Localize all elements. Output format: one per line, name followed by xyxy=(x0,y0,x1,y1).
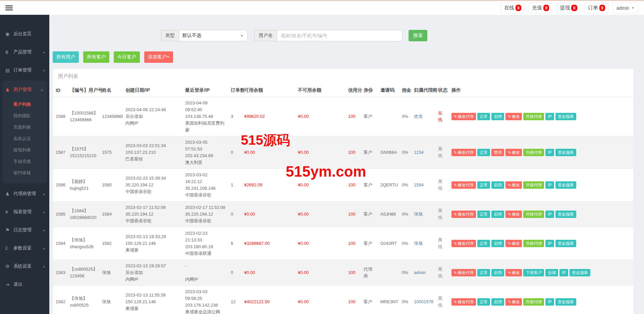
action-upgrade-agent[interactable]: 升级代理 xyxy=(523,298,544,306)
action-ip[interactable]: IP xyxy=(545,240,554,247)
action-edit[interactable]: ✎修改 xyxy=(505,113,522,120)
action-funds-report[interactable]: 资金报表 xyxy=(555,298,576,306)
sidebar-item-agents[interactable]: ♟代理商管理▸ xyxy=(0,185,49,203)
cell-last-login: 2023-02-17 11:52:0835.220.194.12中国香港谷歌 xyxy=(182,201,228,227)
action-enable[interactable]: 启用 xyxy=(491,211,504,218)
user-code: 【10001588】 xyxy=(70,110,97,117)
quick-button-today-customers[interactable]: 今日客户 xyxy=(114,51,140,63)
action-enable[interactable]: 启用 xyxy=(491,113,504,120)
action-enable[interactable]: 启用 xyxy=(491,181,504,189)
action-ip[interactable]: IP xyxy=(545,181,554,189)
action-ip[interactable]: IP xyxy=(559,269,568,276)
agent-link[interactable]: 1234 xyxy=(414,150,424,155)
quick-button-all-users[interactable]: 所有用户 xyxy=(53,51,79,63)
action-edit-agent[interactable]: ✎修改代理 xyxy=(451,240,476,247)
action-edit-agent[interactable]: ✎修改代理 xyxy=(451,113,476,120)
admin-dropdown[interactable]: admin ▼ xyxy=(612,3,639,13)
action-normal[interactable]: 正常 xyxy=(477,149,490,156)
action-normal[interactable]: 正常 xyxy=(477,298,490,306)
agent-link[interactable]: 张旭 xyxy=(414,241,423,246)
sidebar-item-products[interactable]: ฿产品管理▸ xyxy=(0,43,49,61)
table-body: 1588【10001588】1234566661234566662023-04-… xyxy=(53,97,634,314)
action-edit[interactable]: ✎修改 xyxy=(505,269,522,276)
action-disable[interactable]: 禁用 xyxy=(491,149,504,156)
sidebar-item-orders[interactable]: ▤订单管理▸ xyxy=(0,61,49,79)
quick-button-all-customers[interactable]: 所有客户 xyxy=(83,51,109,63)
action-funds-report[interactable]: 资金报表 xyxy=(555,211,576,218)
action-edit[interactable]: ✎修改 xyxy=(505,240,522,247)
action-edit[interactable]: ✎修改 xyxy=(505,149,522,156)
action-ip[interactable]: IP xyxy=(545,211,554,218)
action-ip[interactable]: IP xyxy=(545,298,554,306)
sidebar-item-logs[interactable]: ⚑日志管理▸ xyxy=(0,221,49,239)
sidebar-item-system[interactable]: ⚙系统设置▸ xyxy=(0,257,49,275)
menu-toggle-icon[interactable] xyxy=(5,5,13,10)
action-edit-agent[interactable]: ✎修改代理 xyxy=(451,269,476,276)
created-line: 巴基斯坦 xyxy=(125,156,180,163)
search-button[interactable]: 搜索 xyxy=(409,30,427,41)
cell-commission: 0% xyxy=(399,286,411,314)
quick-button-add-customer[interactable]: 添加客户+ xyxy=(144,51,173,63)
type-select[interactable]: 默认不选 ⌄ xyxy=(179,30,248,41)
stat-online[interactable]: 在线0 xyxy=(501,3,525,13)
action-funds-report[interactable]: 资金报表 xyxy=(555,240,576,247)
stat-label: 订单 xyxy=(588,5,598,11)
cell-available-balance: ¥2692.09 xyxy=(241,169,295,201)
action-normal[interactable]: 正常 xyxy=(477,113,490,120)
action-ip[interactable]: IP xyxy=(545,149,554,156)
action-edit-agent[interactable]: ✎修改代理 xyxy=(451,298,476,306)
cell-name: 123456666 xyxy=(99,97,123,136)
action-upgrade-agent[interactable]: 升级代理 xyxy=(523,181,544,189)
sidebar-subitem[interactable]: 提现列表 xyxy=(2,144,47,156)
user-code: 【张旭】 xyxy=(70,295,97,302)
action-edit[interactable]: ✎修改 xyxy=(505,181,522,189)
action-normal[interactable]: 正常 xyxy=(477,181,490,189)
sidebar-item-params[interactable]: £参数设置▸ xyxy=(0,239,49,257)
agent-link[interactable]: 10001579 xyxy=(414,299,433,304)
action-funds-report[interactable]: 资金报表 xyxy=(555,181,576,189)
action-upgrade-agent[interactable]: 升级代理 xyxy=(523,149,544,156)
agent-link[interactable]: admin xyxy=(414,270,426,275)
action-upgrade-agent[interactable]: 升级代理 xyxy=(523,240,544,247)
agent-link[interactable]: 张旭 xyxy=(414,212,423,217)
sidebar-item-label: 报表管理 xyxy=(13,209,44,215)
action-performance[interactable]: 业绩 xyxy=(545,269,558,276)
action-funds-report[interactable]: 资金报表 xyxy=(555,113,576,120)
username-input[interactable] xyxy=(277,30,402,41)
action-funds-report[interactable]: 资金报表 xyxy=(570,269,590,276)
action-normal[interactable]: 正常 xyxy=(477,211,490,218)
action-upgrade-agent[interactable]: 升级代理 xyxy=(523,211,544,218)
sidebar-subitem[interactable]: 手动充值 xyxy=(2,156,47,167)
sidebar-subitem[interactable]: 签约审核 xyxy=(2,167,47,179)
stat-recharge[interactable]: 充值0 xyxy=(529,3,552,13)
stat-order[interactable]: 订单0 xyxy=(585,3,608,13)
sidebar-subitem[interactable]: 客户列表 xyxy=(2,99,47,110)
action-ip[interactable]: IP xyxy=(545,113,554,120)
action-normal[interactable]: 正常 xyxy=(477,240,490,247)
action-edit[interactable]: ✎修改 xyxy=(505,298,522,306)
action-edit-agent[interactable]: ✎修改代理 xyxy=(451,181,476,189)
action-edit-agent[interactable]: ✎修改代理 xyxy=(451,211,476,218)
sidebar-item-logout[interactable]: ⇥退出 xyxy=(0,275,49,294)
stat-withdraw[interactable]: 提现0 xyxy=(556,3,580,13)
agent-link[interactable]: 1584 xyxy=(414,182,424,187)
action-enable[interactable]: 启用 xyxy=(491,240,504,247)
action-normal[interactable]: 正常 xyxy=(477,269,490,276)
pencil-icon: ✎ xyxy=(454,115,457,119)
sidebar-subitem[interactable]: 充值列表 xyxy=(2,122,47,133)
action-edit-agent[interactable]: ✎修改代理 xyxy=(451,149,476,156)
action-enable[interactable]: 启用 xyxy=(491,298,504,306)
sidebar-item-reports[interactable]: ¥报表管理▸ xyxy=(0,203,49,221)
action-sub-customers[interactable]: 下级客户 xyxy=(523,269,544,276)
sidebar-item-dashboard[interactable]: ◉后台首页 xyxy=(0,25,49,43)
action-edit[interactable]: ✎修改 xyxy=(505,211,522,218)
action-enable[interactable]: 启用 xyxy=(491,269,504,276)
sidebar-item-users[interactable]: ♟用户管理▸ xyxy=(2,81,47,99)
agent-link[interactable]: 杰克 xyxy=(414,114,423,119)
chevron-down-icon: ⌄ xyxy=(240,32,244,37)
action-funds-report[interactable]: 资金报表 xyxy=(555,149,576,156)
created-line: 150.129.21.146 xyxy=(125,240,180,247)
sidebar-subitem[interactable]: 实名认证 xyxy=(2,133,47,144)
sidebar-subitem[interactable]: 我的团队 xyxy=(2,110,47,122)
action-upgrade-agent[interactable]: 升级代理 xyxy=(523,113,544,120)
